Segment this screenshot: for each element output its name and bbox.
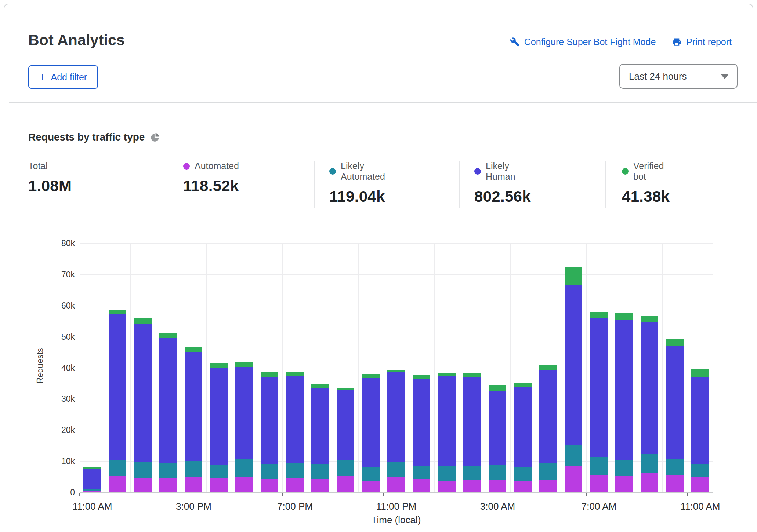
stacked-bar[interactable] [261, 372, 278, 492]
stacked-bar[interactable] [691, 369, 709, 492]
wrench-icon [510, 37, 520, 47]
stacked-bar[interactable] [615, 313, 633, 492]
bar-segment-automated [666, 475, 684, 492]
stacked-bar[interactable] [590, 312, 608, 492]
bar-segment-likely-human [83, 469, 101, 489]
bar-segment-likely-human [615, 320, 633, 460]
bar-segment-verified-bot [185, 347, 202, 353]
stacked-bar[interactable] [83, 467, 101, 492]
stat-verified-bot: Verified bot 41.38k [622, 161, 670, 205]
bar-segment-verified-bot [261, 372, 278, 377]
automated-legend-dot [183, 163, 190, 170]
bar-segment-likely-human [387, 372, 405, 462]
bar-segment-likely-automated [210, 465, 228, 478]
stacked-bar[interactable] [159, 333, 177, 492]
stacked-bar[interactable] [463, 373, 481, 492]
bar-segment-verified-bot [210, 363, 228, 368]
bar-segment-likely-human [413, 379, 430, 466]
stacked-bar[interactable] [235, 362, 253, 492]
x-axis-tick [687, 493, 688, 496]
bar-segment-likely-automated [261, 464, 278, 480]
bar-segment-verified-bot [134, 318, 152, 324]
bar-segment-automated [438, 481, 456, 492]
stacked-bar[interactable] [514, 383, 532, 492]
stacked-bar[interactable] [286, 372, 304, 492]
bar-segment-automated [489, 480, 506, 492]
bar-segment-likely-automated [159, 463, 177, 478]
bar-segment-likely-automated [590, 457, 608, 474]
stat-divider [167, 161, 167, 208]
stacked-bar[interactable] [539, 365, 557, 492]
add-filter-button[interactable]: + Add filter [28, 65, 98, 89]
bot-analytics-card: Bot Analytics Configure Super Bot Fight … [4, 4, 753, 532]
bar-segment-verified-bot [691, 369, 709, 377]
stacked-bar[interactable] [387, 370, 405, 492]
bar-segment-likely-human [438, 376, 456, 466]
gridline-horizontal [80, 274, 713, 275]
bar-segment-likely-human [590, 318, 608, 457]
x-axis-label: 3:00 AM [480, 501, 515, 512]
bar-segment-likely-automated [565, 445, 582, 466]
stacked-bar[interactable] [666, 339, 684, 492]
print-report-link[interactable]: Print report [672, 37, 732, 47]
stacked-bar[interactable] [185, 347, 202, 492]
stacked-bar[interactable] [337, 388, 354, 492]
bar-segment-likely-automated [362, 467, 380, 481]
bar-segment-automated [235, 477, 253, 492]
stacked-bar[interactable] [210, 363, 228, 492]
bar-segment-likely-automated [489, 465, 506, 480]
bar-segment-verified-bot [311, 384, 329, 388]
bar-segment-verified-bot [438, 373, 456, 376]
bar-segment-automated [286, 478, 304, 492]
configure-super-bot-fight-mode-link[interactable]: Configure Super Bot Fight Mode [510, 37, 656, 47]
stat-total: Total 1.08M [28, 161, 72, 195]
plus-icon: + [39, 72, 46, 83]
bar-segment-automated [261, 479, 278, 492]
x-axis-label: 11:00 PM [376, 501, 416, 512]
bar-segment-likely-human [210, 368, 228, 465]
bar-segment-automated [615, 476, 633, 492]
bar-segment-likely-automated [615, 460, 633, 476]
bar-segment-likely-automated [514, 467, 532, 481]
bar-segment-automated [413, 479, 430, 493]
bar-segment-verified-bot [565, 267, 582, 285]
gridline-horizontal [80, 306, 713, 306]
stat-label: Automated [195, 161, 239, 171]
bar-segment-likely-automated [134, 462, 152, 478]
stacked-bar[interactable] [565, 267, 582, 492]
time-range-select[interactable]: Last 24 hours [619, 64, 738, 89]
pie-chart-icon [150, 132, 160, 142]
y-axis-label: 30k [41, 394, 75, 404]
stacked-bar[interactable] [438, 373, 456, 492]
stacked-bar[interactable] [362, 374, 380, 492]
stat-label: Total [28, 161, 48, 171]
bar-segment-automated [565, 466, 582, 492]
bar-segment-automated [83, 491, 101, 492]
x-axis-tick [79, 493, 80, 496]
bar-segment-likely-automated [539, 463, 557, 480]
bar-segment-automated [134, 478, 152, 492]
gridline-horizontal [80, 243, 713, 244]
stacked-bar[interactable] [413, 375, 430, 492]
stacked-bar[interactable] [641, 316, 658, 492]
bar-segment-likely-human [337, 390, 354, 460]
bar-segment-likely-human [641, 322, 658, 455]
stacked-bar[interactable] [134, 318, 152, 492]
stacked-bar[interactable] [109, 310, 126, 492]
y-axis-label: 20k [41, 425, 75, 435]
add-filter-label: Add filter [51, 72, 87, 83]
bar-segment-verified-bot [159, 333, 177, 338]
x-axis-tick [282, 493, 283, 496]
bar-segment-automated [590, 475, 608, 492]
bar-segment-likely-human [109, 314, 126, 460]
header-links: Configure Super Bot Fight Mode Print rep… [510, 37, 732, 47]
x-axis-label: 3:00 PM [176, 501, 211, 512]
print-link-label: Print report [686, 37, 732, 47]
stacked-bar[interactable] [311, 384, 329, 492]
bar-segment-likely-human [286, 376, 304, 463]
header-divider [9, 102, 757, 103]
bar-segment-likely-human [311, 388, 329, 464]
bar-segment-likely-human [539, 370, 557, 463]
stat-divider [605, 161, 606, 208]
stacked-bar[interactable] [489, 385, 506, 492]
